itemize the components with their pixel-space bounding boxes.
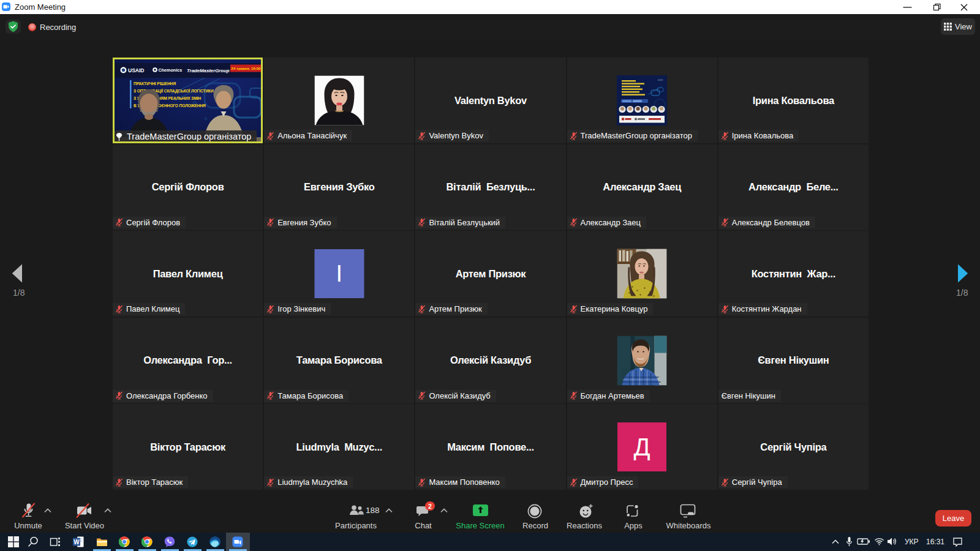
svg-text:TradeMasterGroup: TradeMasterGroup	[187, 68, 230, 73]
svg-text:24 травня, 16:00: 24 травня, 16:00	[232, 67, 261, 70]
svg-text:2023: 2023	[658, 79, 663, 81]
svg-text:ПРАКТИЧНІ РІШЕННЯ: ПРАКТИЧНІ РІШЕННЯ	[134, 81, 176, 86]
svg-text:USAID: USAID	[128, 67, 144, 73]
svg-text:Chemonics: Chemonics	[159, 67, 183, 73]
svg-text:W: W	[74, 539, 80, 545]
